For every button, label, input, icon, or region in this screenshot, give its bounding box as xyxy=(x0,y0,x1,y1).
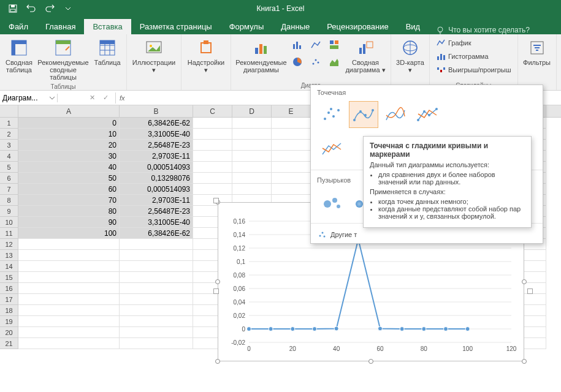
row-header[interactable]: 18 xyxy=(0,305,18,316)
select-all-corner[interactable] xyxy=(0,105,18,117)
undo-button[interactable] xyxy=(23,2,39,15)
cell[interactable] xyxy=(232,151,272,162)
cell[interactable]: 2,56487E-23 xyxy=(120,140,193,151)
col-header-B[interactable]: B xyxy=(120,105,193,117)
cell[interactable] xyxy=(272,173,311,184)
cell[interactable] xyxy=(193,162,232,173)
line-chart-button[interactable] xyxy=(307,37,324,53)
row-header[interactable]: 15 xyxy=(0,272,18,283)
3d-map-button[interactable]: 3D-карта ▾ xyxy=(395,37,426,75)
cell[interactable] xyxy=(18,250,120,261)
cell[interactable]: 90 xyxy=(18,217,120,228)
cell[interactable] xyxy=(18,239,120,250)
col-header-D[interactable]: D xyxy=(232,105,272,117)
recommended-pivot-button[interactable]: Рекомендуемые сводные таблицы xyxy=(36,37,91,82)
row-header[interactable]: 5 xyxy=(0,162,18,173)
cell[interactable]: 50 xyxy=(18,173,120,184)
row-header[interactable]: 13 xyxy=(0,250,18,261)
cell[interactable] xyxy=(272,118,311,129)
row-header[interactable]: 8 xyxy=(0,195,18,206)
selection-handle[interactable] xyxy=(213,198,219,203)
tab-home[interactable]: Главная xyxy=(37,19,84,34)
table-button[interactable]: Таблица xyxy=(92,37,123,67)
row-header[interactable]: 2 xyxy=(0,129,18,140)
column-chart-button[interactable] xyxy=(289,37,306,53)
cell[interactable]: 2,56487E-23 xyxy=(120,206,193,217)
row-header[interactable]: 7 xyxy=(0,184,18,195)
row-header[interactable]: 21 xyxy=(0,338,18,349)
cell[interactable] xyxy=(18,305,120,316)
cell[interactable]: 0,000514093 xyxy=(120,184,193,195)
row-header[interactable]: 3 xyxy=(0,140,18,151)
cell[interactable]: 100 xyxy=(18,228,120,239)
row-header[interactable]: 10 xyxy=(0,217,18,228)
pivot-chart-button[interactable]: Сводная диаграмма ▾ xyxy=(344,37,387,75)
cell[interactable] xyxy=(193,118,232,129)
hierarchy-chart-button[interactable] xyxy=(326,37,343,53)
filters-button[interactable]: Фильтры xyxy=(522,37,552,67)
cell[interactable] xyxy=(18,283,120,294)
row-header[interactable]: 16 xyxy=(0,283,18,294)
cell[interactable]: 10 xyxy=(18,129,120,140)
cell[interactable]: 0,000514093 xyxy=(120,162,193,173)
col-header-C[interactable]: C xyxy=(193,105,232,117)
cancel-formula-button[interactable]: ✕ xyxy=(86,92,98,104)
row-header[interactable]: 9 xyxy=(0,206,18,217)
cell[interactable] xyxy=(120,272,193,283)
cell[interactable] xyxy=(18,316,120,327)
cell[interactable] xyxy=(120,283,193,294)
cell[interactable] xyxy=(18,272,120,283)
selection-handle[interactable] xyxy=(527,288,533,294)
row-header[interactable]: 6 xyxy=(0,173,18,184)
cell[interactable] xyxy=(120,294,193,305)
surface-chart-button[interactable] xyxy=(326,54,343,70)
more-scatter-charts-button[interactable]: Другие т xyxy=(311,226,543,243)
cell[interactable] xyxy=(18,327,120,338)
save-button[interactable] xyxy=(5,2,21,15)
row-header[interactable]: 12 xyxy=(0,239,18,250)
tab-data[interactable]: Данные xyxy=(272,19,318,34)
cell[interactable] xyxy=(232,173,272,184)
sparkline-line-button[interactable]: График xyxy=(433,37,514,49)
tab-file[interactable]: Файл xyxy=(0,19,37,34)
sparkline-column-button[interactable]: Гистограмма xyxy=(433,50,514,62)
tab-view[interactable]: Вид xyxy=(397,19,429,34)
cell[interactable] xyxy=(120,327,193,338)
scatter-straight-markers-option[interactable] xyxy=(413,101,442,128)
tell-me-search[interactable]: Что вы хотите сделать? xyxy=(429,26,537,34)
cell[interactable] xyxy=(272,184,311,195)
recommended-charts-button[interactable]: Рекомендуемые диаграммы xyxy=(235,37,288,75)
cell[interactable]: 2,9703E-11 xyxy=(120,195,193,206)
redo-button[interactable] xyxy=(42,2,58,15)
row-header[interactable]: 19 xyxy=(0,316,18,327)
pivot-table-button[interactable]: Сводная таблица xyxy=(4,37,34,75)
cell[interactable] xyxy=(120,250,193,261)
cell[interactable] xyxy=(193,129,232,140)
scatter-smooth-option[interactable] xyxy=(381,101,410,128)
bubble-option[interactable] xyxy=(317,189,346,216)
accept-formula-button[interactable]: ✓ xyxy=(99,92,112,104)
cell[interactable]: 20 xyxy=(18,140,120,151)
row-header[interactable]: 14 xyxy=(0,261,18,272)
cell[interactable]: 3,31005E-40 xyxy=(120,217,193,228)
scatter-chart-button[interactable] xyxy=(307,54,324,70)
cell[interactable] xyxy=(272,140,311,151)
scatter-smooth-markers-option[interactable] xyxy=(349,101,378,128)
tab-insert[interactable]: Вставка xyxy=(84,19,131,34)
cell[interactable] xyxy=(272,151,311,162)
cell[interactable]: 0 xyxy=(18,118,120,129)
cell[interactable] xyxy=(272,162,311,173)
tab-page-layout[interactable]: Разметка страницы xyxy=(131,19,221,34)
cell[interactable] xyxy=(232,162,272,173)
cell[interactable] xyxy=(193,140,232,151)
row-header[interactable]: 11 xyxy=(0,228,18,239)
cell[interactable] xyxy=(232,129,272,140)
cell[interactable]: 30 xyxy=(18,151,120,162)
sparkline-winloss-button[interactable]: Выигрыш/проигрыш xyxy=(433,64,514,76)
cell[interactable] xyxy=(232,140,272,151)
cell[interactable] xyxy=(193,184,232,195)
cell[interactable]: 60 xyxy=(18,184,120,195)
cell[interactable] xyxy=(193,151,232,162)
cell[interactable] xyxy=(120,305,193,316)
cell[interactable] xyxy=(193,173,232,184)
